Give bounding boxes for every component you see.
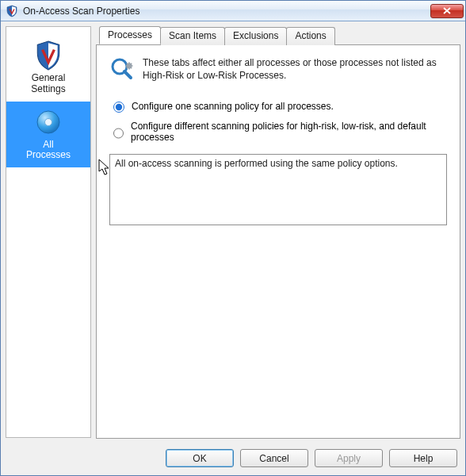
tab-label: Actions [295, 30, 326, 41]
radio-different-policies-input[interactable] [113, 128, 124, 139]
titlebar[interactable]: On-Access Scan Properties [1, 1, 465, 21]
radio-one-policy[interactable]: Configure one scanning policy for all pr… [109, 99, 447, 113]
sidebar-item-general-settings[interactable]: General Settings [6, 35, 90, 102]
tab-label: Exclusions [233, 30, 278, 41]
dialog-button-row: OK Cancel Apply Help [1, 443, 465, 475]
intro-text: These tabs affect either all processes o… [143, 56, 447, 82]
close-button[interactable] [430, 4, 464, 18]
radio-label: Configure different scanning policies fo… [131, 121, 447, 143]
sidebar-item-label: All Processes [26, 140, 71, 162]
svg-line-12 [127, 67, 128, 68]
shield-icon [32, 40, 64, 71]
svg-line-10 [131, 67, 132, 68]
search-gear-icon [109, 56, 135, 82]
disc-icon [32, 106, 64, 138]
tab-host: Processes Scan Items Exclusions Actions [96, 26, 460, 438]
sidebar-item-all-processes[interactable]: All Processes [6, 102, 90, 168]
app-shield-icon [6, 5, 18, 17]
svg-line-11 [131, 63, 132, 64]
tab-page-processes: These tabs affect either all processes o… [96, 44, 460, 439]
tab-exclusions[interactable]: Exclusions [224, 27, 287, 45]
apply-button[interactable]: Apply [315, 449, 383, 467]
policy-description-box: All on-access scanning is performed usin… [109, 154, 447, 225]
radio-label: Configure one scanning policy for all pr… [132, 101, 334, 112]
tab-scan-items[interactable]: Scan Items [160, 27, 225, 45]
tab-processes[interactable]: Processes [99, 26, 161, 44]
tab-strip: Processes Scan Items Exclusions Actions [96, 26, 460, 44]
cancel-button[interactable]: Cancel [240, 449, 308, 467]
svg-line-9 [127, 63, 128, 64]
sidebar-item-label: General Settings [31, 73, 65, 95]
sidebar: General Settings [6, 26, 91, 438]
radio-different-policies[interactable]: Configure different scanning policies fo… [109, 121, 447, 143]
help-button[interactable]: Help [389, 449, 457, 467]
client-area: General Settings [1, 21, 465, 475]
svg-line-3 [124, 71, 131, 78]
dialog-window: On-Access Scan Properties General Settin… [0, 0, 466, 476]
tab-actions[interactable]: Actions [286, 27, 334, 45]
tab-label: Processes [108, 29, 152, 40]
svg-point-1 [45, 118, 52, 125]
intro-block: These tabs affect either all processes o… [109, 56, 447, 82]
radio-one-policy-input[interactable] [113, 102, 124, 113]
tab-label: Scan Items [169, 30, 216, 41]
ok-button[interactable]: OK [166, 449, 234, 467]
main-area: General Settings [1, 21, 465, 443]
window-title: On-Access Scan Properties [23, 6, 430, 17]
